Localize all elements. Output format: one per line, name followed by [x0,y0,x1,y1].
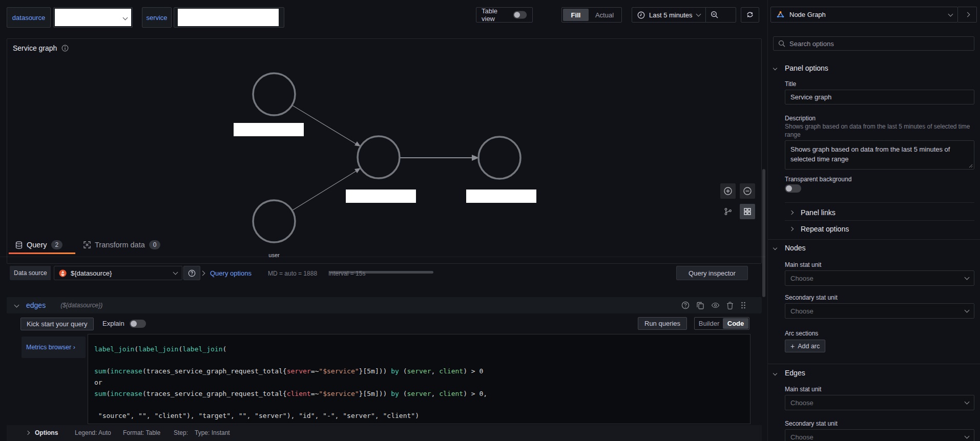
delete-query-trash-icon[interactable] [726,301,734,309]
actual-button[interactable]: Actual [589,9,620,21]
add-arc-button[interactable]: + Add arc [785,340,825,352]
section-nodes[interactable]: Nodes [785,244,805,252]
search-options-box[interactable]: Search options [773,36,974,51]
datasource-picker[interactable]: ${datasource} [54,266,182,280]
divider [785,202,974,203]
zoom-in-button[interactable] [720,183,736,199]
nodes-secondary-stat-select[interactable]: Choose [785,303,974,319]
node-3-label-redacted [466,190,536,203]
time-picker-button[interactable]: Last 5 minutes [632,8,705,22]
arrowhead-icon [355,168,361,173]
promql-code-editor[interactable]: label_join(label_join(label_join( sum(in… [88,334,750,424]
service-graph-panel: Service graph user [7,38,762,264]
interval-info: Interval = 15s [328,270,365,277]
active-tab-underline [9,253,75,254]
nodes-main-stat-select[interactable]: Choose [785,270,974,286]
service-variable-picker[interactable] [174,7,284,28]
search-options-placeholder: Search options [789,40,834,48]
footer-step: Step: [174,429,188,436]
hide-query-eye-icon[interactable] [711,301,720,309]
service-variable-label: service [142,7,172,28]
query-help-icon[interactable] [681,301,690,309]
nodes-main-stat-label: Main stat unit [785,261,821,268]
datasource-variable-value-redacted [55,9,131,26]
repeat-options-section-toggle[interactable]: Repeat options [790,222,974,236]
query-inspector-button[interactable]: Query inspector [676,266,748,280]
edges-main-stat-select[interactable]: Choose [785,395,974,410]
tab-transform-label: Transform data [95,241,145,249]
section-panel-options[interactable]: Panel options [785,64,828,72]
layered-layout-button[interactable] [720,204,736,219]
collapse-options-pane-button[interactable] [958,7,977,23]
duplicate-query-icon[interactable] [696,301,704,309]
service-variable-value-redacted [178,9,279,26]
edges-secondary-stat-label: Secondary stat unit [785,420,838,427]
search-icon [778,40,785,47]
tab-query[interactable]: Query 2 [15,240,62,249]
datasource-help-button[interactable] [183,266,200,280]
panel-title-input[interactable]: Service graph [785,90,974,104]
chevron-down-icon [773,246,777,250]
transparent-background-toggle[interactable] [785,184,801,193]
explain-label: Explain [102,320,124,327]
graph-node-2 [358,136,400,178]
code-lines: label_join(label_join(label_join( sum(in… [94,344,744,422]
query-row-header[interactable]: edges (${datasource}) [7,297,762,313]
zoom-out-button[interactable] [740,183,755,199]
grid-layout-button[interactable] [740,204,755,219]
edges-secondary-stat-select[interactable]: Choose [785,429,974,441]
run-queries-button[interactable]: Run queries [638,317,687,330]
chevron-down-icon [948,11,953,16]
section-edges[interactable]: Edges [785,369,805,377]
panel-type-picker[interactable]: Node Graph [770,7,958,23]
datasource-field-label: Data source [10,266,51,280]
chevron-right-icon [200,271,205,276]
plus-circle-icon [723,186,733,196]
chevron-down-icon [773,66,777,70]
node-2-label-redacted [346,190,416,203]
service-variable-label-text: service [146,14,167,22]
tab-transform-data[interactable]: Transform data 0 [84,240,160,249]
footer-format: Format: Table [123,429,160,436]
chevron-right-icon [965,12,970,17]
datasource-variable-picker[interactable] [53,7,133,28]
footer-options-toggle[interactable]: Options [35,429,58,436]
chevron-down-icon [965,308,970,313]
chevron-down-icon [965,400,970,405]
panel-links-section-toggle[interactable]: Panel links [790,206,974,219]
code-mode-button[interactable]: Code [723,318,748,329]
refresh-button[interactable] [741,7,759,23]
zoom-out-time-button[interactable] [706,8,724,22]
kick-start-query-button[interactable]: Kick start your query [20,318,94,330]
chevron-down-icon [696,12,701,17]
drag-handle-icon[interactable] [740,301,746,309]
time-range-label: Last 5 minutes [649,11,693,19]
datasource-row: Data source ${datasource} Query options … [0,262,765,284]
database-icon [15,241,23,249]
transform-icon [84,241,91,248]
node-graph-icon [776,10,785,19]
refresh-icon [746,11,754,19]
explain-toggle[interactable] [130,320,146,328]
builder-mode-button[interactable]: Builder [695,318,723,329]
metrics-browser-toggle[interactable]: Metrics browser › [22,337,86,358]
transparent-background-label: Transparent background [785,176,851,183]
tab-query-label: Query [27,241,47,249]
plus-icon: + [790,342,795,350]
branch-layout-icon [724,207,732,216]
fill-button[interactable]: Fill [563,9,589,21]
chevron-down-icon [965,275,970,280]
query-name[interactable]: edges [26,301,46,309]
panel-description-textarea[interactable]: Shows graph based on data from the last … [785,140,974,170]
tab-transform-count: 0 [149,240,161,249]
query-options-toggle[interactable]: Query options [210,269,252,277]
datasource-picker-value: ${datasource} [71,269,170,277]
time-picker-group: Last 5 minutes [632,7,736,23]
divider [785,220,974,221]
description-help-text: Shows graph based on data from the last … [785,123,975,139]
node-graph-canvas[interactable] [7,39,761,263]
resize-grip-icon[interactable] [969,164,973,168]
table-view-toggle[interactable] [513,11,527,18]
graph-node-user [253,200,295,242]
arc-sections-label: Arc sections [785,330,818,337]
